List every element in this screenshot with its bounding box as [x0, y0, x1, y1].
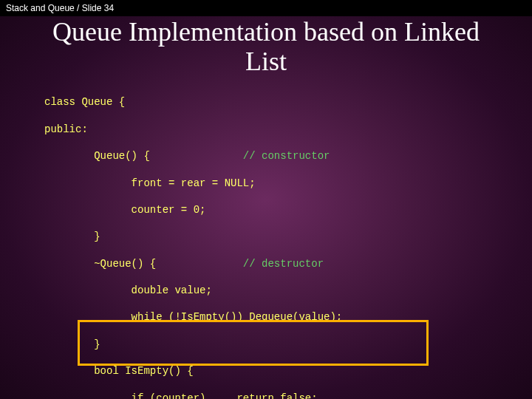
code-line: bool IsEmpty() {	[44, 364, 532, 378]
breadcrumb: Stack and Queue / Slide 34	[0, 0, 532, 16]
code-line: }	[44, 338, 532, 351]
code-line: Queue() { // constructor	[44, 149, 532, 163]
code-line: public:	[44, 123, 532, 136]
page-title: Queue Implementation based on Linked Lis…	[0, 16, 532, 82]
code-block: class Queue { public: Queue() { // const…	[0, 82, 532, 399]
code-line: class Queue {	[44, 95, 532, 109]
code-line: if (counter) return false;	[44, 392, 532, 400]
code-line: double value;	[44, 284, 532, 297]
code-comment: // destructor	[243, 258, 324, 270]
code-line: while (!IsEmpty()) Dequeue(value);	[44, 310, 532, 324]
code-text: Queue() {	[44, 150, 243, 162]
code-line: front = rear = NULL;	[44, 177, 532, 190]
code-line: ~Queue() { // destructor	[44, 257, 532, 270]
code-line: }	[44, 230, 532, 243]
code-comment: // constructor	[243, 150, 330, 162]
code-line: counter = 0;	[44, 203, 532, 216]
code-text: ~Queue() {	[44, 258, 243, 270]
